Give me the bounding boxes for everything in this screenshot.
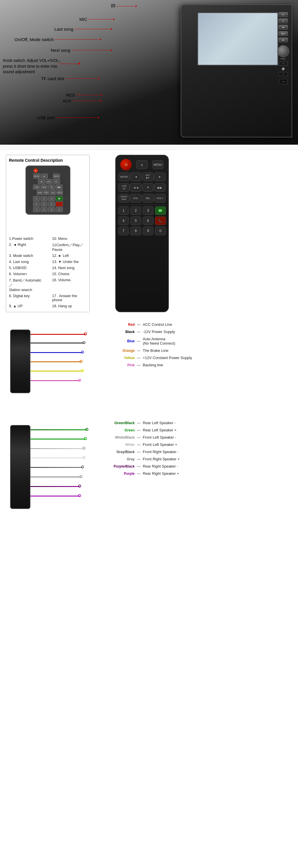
rmt-2[interactable]: 2 xyxy=(130,206,141,215)
rmt-down[interactable]: ▼ xyxy=(142,183,154,192)
wire-function-red: ACC Control Line xyxy=(143,322,172,327)
num-circle-3: ③ xyxy=(29,180,33,184)
right-btn-schematic[interactable]: ► xyxy=(53,179,60,184)
num-circle-6: ⑥ xyxy=(33,191,36,195)
numpad-schematic: 1 2 3 ☎ 4 5 6 📞 7 8 9 0 xyxy=(33,196,63,212)
wire-function-pink: Backing line xyxy=(143,363,163,367)
vol-minus-schematic[interactable]: VOL- xyxy=(43,190,50,195)
wire-yellow-dot xyxy=(81,369,84,372)
wire-color-blue: Blue xyxy=(103,339,135,343)
wire-red xyxy=(30,334,85,335)
rmt-power[interactable]: ⏻ xyxy=(120,159,132,170)
rmt-prev[interactable]: ◄◄ xyxy=(130,183,142,192)
rmt-row-3: USBSD ◄◄ ▼ ▶▶ xyxy=(118,183,166,192)
num-3[interactable]: 3 xyxy=(48,196,55,201)
wire-function-green: Rear Left Speaker + xyxy=(143,428,177,432)
wire-pink xyxy=(30,380,80,381)
vol-plus-schematic[interactable]: VOL+ xyxy=(57,190,63,195)
legend-13: 13. ▼ Under the xyxy=(52,259,87,265)
wire-color-green: Green xyxy=(103,428,135,432)
wire-row-green: Green — Rear Left Speaker + xyxy=(103,427,291,434)
rmt-usbsd[interactable]: USBSD xyxy=(118,183,130,192)
rmt-5[interactable]: 5 xyxy=(130,216,141,225)
aux-label: AUX xyxy=(63,98,101,103)
num-circle-11: ⑪ xyxy=(48,174,52,178)
rmt-4[interactable]: 4 xyxy=(118,216,129,225)
wire-green-dot xyxy=(84,437,87,440)
rmt-3[interactable]: 3 xyxy=(143,206,154,215)
num-circle-4: ④ xyxy=(33,180,37,184)
knob-label: Knob switch: Adjust VOL+/VOL-,press it s… xyxy=(3,58,61,75)
wire-black xyxy=(30,343,84,343)
wire-function-purple: Rear Right Speaker + xyxy=(143,471,179,476)
num-7[interactable]: 7 xyxy=(33,207,40,212)
num-4[interactable]: 4 xyxy=(33,202,40,207)
rmt-0[interactable]: 0 xyxy=(155,226,166,235)
wire-color-purple: Purple xyxy=(103,472,135,476)
rmt-left[interactable]: ◄ xyxy=(130,173,142,181)
num-5[interactable]: 5 xyxy=(40,202,48,207)
wire-row-yellow: Yellow — +12V Constant Power Supply xyxy=(103,354,291,361)
sel-schematic[interactable]: SEL xyxy=(50,190,56,195)
up-btn-schematic[interactable]: ▲ xyxy=(41,174,48,179)
num-circle-1: ① xyxy=(29,169,33,173)
real-remote: ⏻ ▲ MENU MODE ◄ ENT▶II ► USBSD ◄◄ ▼ ▶▶ xyxy=(115,155,169,312)
wire-row-blue: Blue — Auto Antenna (No Need Connect) xyxy=(103,335,291,347)
rmt-6[interactable]: 6 xyxy=(143,216,154,225)
prev-btn-schematic[interactable]: ◄◄ xyxy=(40,185,48,189)
rmt-menu[interactable]: MENU xyxy=(152,160,163,169)
rmt-mode[interactable]: MODE xyxy=(118,173,130,181)
power-btn-schematic[interactable]: ⏻ xyxy=(34,168,38,173)
wire-whiteblack-dot xyxy=(83,447,85,450)
rmt-ent-play[interactable]: ENT▶II xyxy=(142,173,154,181)
rmt-1[interactable]: 1 xyxy=(118,206,129,215)
rmt-answer[interactable]: ☎ xyxy=(155,206,166,215)
rmt-9[interactable]: 9 xyxy=(143,226,154,235)
wire-function-purpleblack: Rear Right Speaker - xyxy=(143,464,178,468)
wire-row-red: Red — ACC Control Line xyxy=(103,321,291,328)
wire-red-dot xyxy=(84,333,87,335)
rmt-up[interactable]: ▲ xyxy=(136,160,148,169)
answer-btn[interactable]: ☎ xyxy=(56,196,63,201)
rmt-band[interactable]: BANDAMS xyxy=(118,194,130,203)
num-circle-13: ⑬ xyxy=(61,180,65,184)
legend-7: 7. Band／Automatic／ Station search xyxy=(9,277,43,293)
next-btn-schematic[interactable]: ▶▶ xyxy=(56,185,63,189)
band-btn-schematic[interactable]: BAND xyxy=(37,190,43,195)
usbsd-btn-schematic[interactable]: USB xyxy=(33,185,40,189)
speaker-connector xyxy=(10,425,30,509)
num-2[interactable]: 2 xyxy=(40,196,48,201)
legend-12: 12. ► Left xyxy=(52,253,87,259)
rmt-vol-minus[interactable]: VOL- xyxy=(130,194,142,203)
legend-9: 9. ▲ UP xyxy=(9,303,43,309)
rmt-hangup[interactable]: 📞 xyxy=(155,216,166,225)
left-btn-schematic[interactable]: ◄ xyxy=(38,179,45,184)
menu-btn-schematic[interactable]: MENU xyxy=(53,174,60,179)
wire-function-gray: Front Right Speaker + xyxy=(143,457,180,461)
num-9[interactable]: 9 xyxy=(48,207,55,212)
wire-greenblack xyxy=(30,429,87,430)
num-0[interactable]: 0 xyxy=(56,207,63,212)
down-btn-schematic[interactable]: ▼ xyxy=(48,185,55,189)
wire-function-grayblack: Front Right Speaker - xyxy=(143,450,179,454)
hangup-btn[interactable]: 📞 xyxy=(56,202,63,207)
num-circle-10: ⑩ xyxy=(63,169,67,173)
mode-btn-schematic[interactable]: MODE xyxy=(33,174,40,179)
rmt-7[interactable]: 7 xyxy=(118,226,129,235)
wire-row-purple: Purple — Rear Right Speaker + xyxy=(103,470,291,477)
rmt-next[interactable]: ▶▶ xyxy=(154,183,166,192)
num-8[interactable]: 8 xyxy=(40,207,48,212)
num-1[interactable]: 1 xyxy=(33,196,40,201)
rmt-vol-plus[interactable]: VOL+ xyxy=(154,194,166,203)
wire-function-blue: Auto Antenna (No Need Connect) xyxy=(143,337,175,345)
rmt-8[interactable]: 8 xyxy=(130,226,141,235)
legend-18: 18. Hang up xyxy=(52,303,87,309)
rmt-right[interactable]: ► xyxy=(154,173,166,181)
rmt-divider xyxy=(118,205,166,205)
rmt-row-4: BANDAMS VOL- SEL VOL+ xyxy=(118,194,166,203)
ent-btn-schematic[interactable]: ENT xyxy=(46,179,52,184)
last-song-label: Last song xyxy=(55,27,112,32)
num-circle-7: ⑦ xyxy=(29,191,32,195)
num-6[interactable]: 6 xyxy=(48,202,55,207)
rmt-sel[interactable]: SEL xyxy=(142,194,154,203)
